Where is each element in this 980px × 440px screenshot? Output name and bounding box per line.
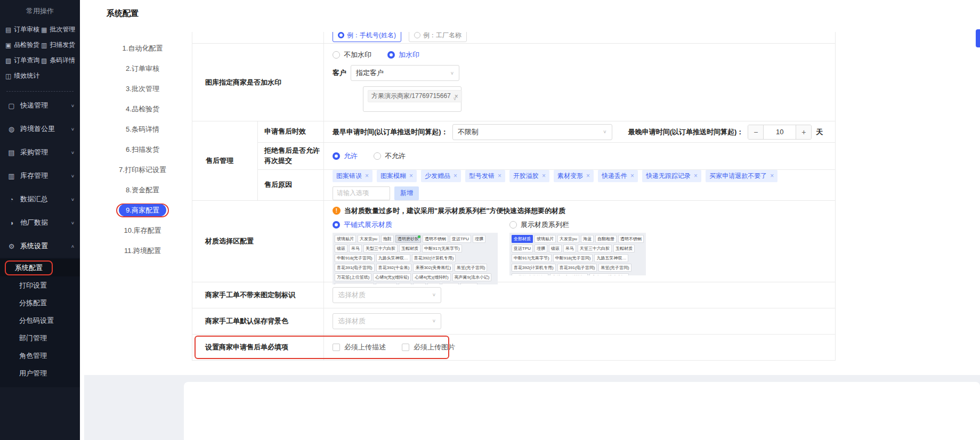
material-chip[interactable]: 九扬头笑神双…: [376, 254, 410, 262]
material-chip[interactable]: 透明不锈钢: [423, 235, 448, 243]
sidebar-item-data-summary[interactable]: ◔数据汇总∨: [0, 188, 80, 211]
stepper-value[interactable]: 10: [764, 125, 796, 139]
quick-link-qc-inspect[interactable]: ▣品检验货: [5, 37, 41, 53]
reason-input[interactable]: 请输入选项: [333, 186, 390, 200]
material-chip[interactable]: 喜花392(计算机专用): [412, 254, 456, 262]
material-chip[interactable]: 镶嵌: [549, 245, 562, 252]
anchor-item-6[interactable]: 7.打印标记设置: [93, 160, 192, 180]
remove-tag-icon[interactable]: ×: [498, 172, 501, 180]
material-chip[interactable]: 心绪4(光)(维持时): [412, 273, 450, 281]
material-chip[interactable]: 五大崩暴: [376, 283, 397, 284]
watermark-radio-no[interactable]: 不加水印: [333, 50, 371, 60]
submenu-item-6[interactable]: 用户管理: [0, 364, 80, 382]
anchor-item-9[interactable]: 10.库存配置: [93, 221, 192, 241]
bg-color-select[interactable]: 选择材质 ∨: [333, 313, 441, 329]
submenu-item-2[interactable]: 分拣配置: [0, 294, 80, 312]
material-chip[interactable]: 亚运TPU: [512, 245, 533, 252]
material-chip[interactable]: 心绪9(光)(维持短): [373, 273, 411, 281]
sidebar-item-system[interactable]: ⚙系统设置∧: [0, 234, 80, 258]
material-grid-flat[interactable]: 玻璃贴片大发货pu拖鞋透明磨砂胶透明不锈钢亚运TPU理膜镶嵌吊马关型三十六白胶玉…: [333, 233, 498, 284]
material-chip[interactable]: 亮声翼8(流水黑记): [335, 283, 374, 284]
anchor-item-7[interactable]: 8.资金配置: [93, 180, 192, 200]
material-chip[interactable]: 朱发生: [442, 283, 459, 284]
material-chip[interactable]: 来茶302(夹骨黑红): [413, 264, 453, 272]
remove-tag-icon[interactable]: ×: [365, 172, 369, 180]
material-chip[interactable]: 喜花392(十金黑): [376, 264, 412, 272]
material-chip[interactable]: 朱友文: [460, 283, 477, 284]
stepper-minus-button[interactable]: −: [748, 125, 764, 139]
required-desc-checkbox[interactable]: 必须上传描述: [333, 343, 386, 352]
material-chip[interactable]: 亚运TPU: [450, 235, 471, 243]
remove-tag-icon[interactable]: ×: [586, 172, 590, 180]
submenu-item-1[interactable]: 打印设置: [0, 276, 80, 294]
material-chip[interactable]: 吊马: [563, 245, 576, 252]
example-option-factory[interactable]: 例：工厂名称: [409, 32, 467, 42]
submenu-item-0[interactable]: 系统配置: [0, 259, 80, 276]
anchor-active-pill[interactable]: 9.商家配置: [119, 204, 166, 216]
material-chip[interactable]: 自翻相册: [595, 235, 617, 243]
quick-link-batch-manage[interactable]: ▦批次管理: [41, 22, 77, 37]
material-chip[interactable]: 扣堆: [399, 283, 411, 284]
material-chip[interactable]: 玻璃贴片: [335, 235, 356, 243]
material-chip[interactable]: 拖鞋: [381, 235, 394, 243]
sidebar-item-other-factory[interactable]: ◑他厂数据∨: [0, 211, 80, 234]
remove-tag-icon[interactable]: ×: [453, 172, 457, 180]
flat-option-head[interactable]: 平铺式展示材质: [333, 220, 498, 230]
anchor-item-4[interactable]: 5.条码详情: [93, 119, 192, 140]
resubmit-deny-radio[interactable]: 不允许: [374, 151, 406, 161]
anchor-item-5[interactable]: 6.扫描发货: [93, 140, 192, 160]
remove-tag-icon[interactable]: ×: [409, 172, 413, 180]
submenu-item-5[interactable]: 角色管理: [0, 347, 80, 364]
quick-link-order-audit[interactable]: ▤订单审核: [5, 22, 41, 37]
watermark-radio-yes[interactable]: 加水印: [387, 50, 419, 60]
anchor-item-3[interactable]: 4.品检验货: [93, 99, 192, 119]
stepper-plus-button[interactable]: +: [796, 125, 811, 139]
material-chip[interactable]: 玻璃贴片: [534, 235, 556, 243]
example-option-phone[interactable]: 例：手机号(姓名): [333, 32, 401, 42]
material-chip[interactable]: 喜花391(电子雷同): [557, 264, 597, 272]
anchor-item-0[interactable]: 1.自动化配置: [93, 38, 192, 59]
material-chip[interactable]: 万花笠(上位笠纸): [512, 273, 548, 275]
material-chip[interactable]: 关型三十六白胶: [363, 245, 398, 252]
material-chip[interactable]: 全部材质: [512, 235, 533, 243]
material-chip[interactable]: 理膜: [534, 245, 547, 252]
material-grid-series[interactable]: 全部材质玻璃贴片大发货pu海蓝自翻相册透明不锈钢亚运TPU理膜镶嵌吊马天笠三十六…: [509, 233, 646, 275]
submenu-item-3[interactable]: 分包码设置: [0, 312, 80, 329]
submenu-item-4[interactable]: 部门管理: [0, 329, 80, 347]
floating-tab[interactable]: [976, 29, 980, 47]
anchor-item-1[interactable]: 2.订单审核: [93, 59, 192, 79]
material-chip[interactable]: 玉帽材质: [613, 245, 635, 252]
quick-link-performance[interactable]: ◫绩效统计: [5, 68, 41, 84]
material-chip[interactable]: 大发货pu: [557, 235, 579, 243]
material-chip[interactable]: 镶嵌: [335, 245, 347, 252]
anchor-item-8[interactable]: 9.商家配置: [93, 200, 192, 221]
quick-link-order-query[interactable]: ▧订单查询: [5, 53, 41, 68]
quick-link-barcode[interactable]: ▨条码详情: [41, 53, 77, 68]
material-chip[interactable]: 亮声翼9(流水小记): [589, 273, 629, 275]
custom-flag-select[interactable]: 选择材质 ∨: [333, 287, 441, 303]
remove-tag-icon[interactable]: ×: [694, 172, 698, 180]
remove-tag-icon[interactable]: ×: [630, 172, 634, 180]
sidebar-item-purchase[interactable]: ▤采购管理∨: [0, 141, 80, 164]
material-chip[interactable]: 九扬五笑神双…: [594, 254, 628, 262]
material-chip[interactable]: 透明磨砂胶: [395, 235, 421, 243]
earliest-select[interactable]: 不限制 ∨: [452, 124, 612, 140]
sidebar-item-crossborder[interactable]: ◍跨境首公里∨: [0, 117, 80, 141]
material-chip[interactable]: 理膜: [473, 235, 485, 243]
series-option-head[interactable]: 展示材质系列栏: [509, 220, 646, 230]
material-chip[interactable]: 大发货pu: [358, 235, 379, 243]
material-chip[interactable]: 玉帽材质: [399, 245, 420, 252]
required-image-checkbox[interactable]: 必须上传图片: [402, 343, 455, 352]
material-chip[interactable]: 黑笠(光子雷同): [598, 264, 631, 272]
material-chip[interactable]: 中耐917(无黑字节): [422, 245, 462, 252]
material-chip[interactable]: 海蓝: [581, 235, 594, 243]
material-chip[interactable]: 中耐918(光子雷同): [335, 254, 375, 262]
sidebar-scrollbar[interactable]: [80, 0, 84, 440]
customer-tag-box[interactable]: 方果演示商家/17769715667 × ∨: [363, 86, 461, 112]
material-chip[interactable]: 棉森: [413, 283, 426, 284]
material-chip[interactable]: 心绪9(光)(维持短): [550, 273, 588, 275]
add-reason-button[interactable]: 新增: [394, 186, 419, 200]
anchor-item-10[interactable]: 11.跨境配置: [93, 241, 192, 261]
remove-tag-icon[interactable]: ×: [770, 172, 774, 180]
material-chip[interactable]: 黑笠(光子雷同): [455, 264, 487, 272]
